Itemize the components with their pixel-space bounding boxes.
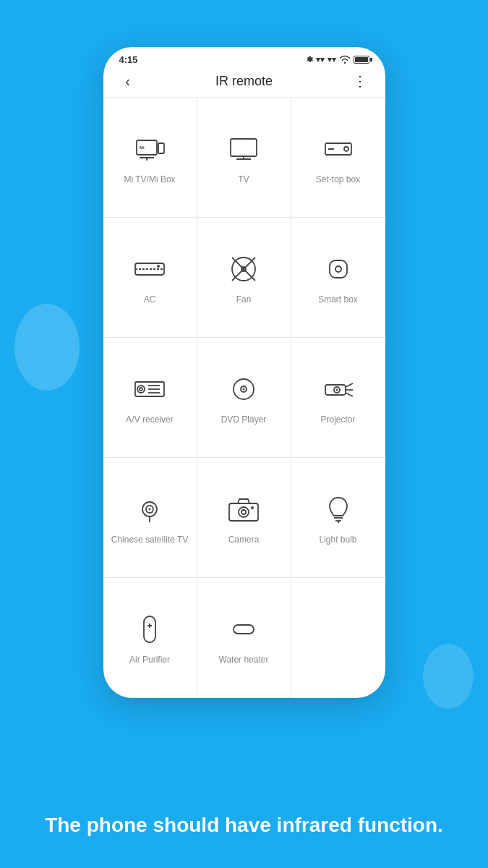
- back-button[interactable]: ‹: [116, 73, 140, 90]
- lightbulb-icon: [321, 492, 356, 527]
- svg-rect-18: [330, 260, 347, 278]
- bg-decoration-right: [423, 644, 474, 709]
- svg-text:Mi: Mi: [140, 145, 145, 150]
- wifi-icon: [339, 55, 351, 65]
- tv-label: TV: [238, 174, 249, 186]
- grid-item-ac[interactable]: AC: [103, 218, 197, 338]
- menu-button[interactable]: ⋮: [349, 72, 372, 90]
- mi-tv-icon: Mi: [132, 132, 167, 166]
- grid-item-airpurifier[interactable]: Air Purifier: [103, 578, 197, 698]
- svg-rect-5: [231, 139, 257, 156]
- svg-point-21: [137, 386, 145, 393]
- grid-item-fan[interactable]: Fan: [197, 218, 291, 338]
- grid-item-lightbulb[interactable]: Light bulb: [291, 458, 385, 578]
- svg-point-19: [335, 266, 341, 272]
- grid-item-settop[interactable]: Set-top box: [291, 98, 385, 218]
- svg-point-28: [243, 388, 245, 391]
- fan-label: Fan: [236, 294, 252, 306]
- svg-rect-1: [158, 143, 164, 153]
- svg-point-22: [140, 388, 142, 391]
- waterheater-icon: [226, 612, 261, 647]
- phone-mockup: 4:15 ✱ ▾▾ ▾▾ ‹ IR remote ⋮: [103, 47, 385, 698]
- satellite-label: Chinese satellite TV: [111, 534, 189, 546]
- airpurifier-icon: [132, 612, 167, 647]
- bluetooth-icon: ✱: [307, 55, 313, 64]
- grid-item-projector[interactable]: Projector: [291, 338, 385, 458]
- svg-point-40: [251, 506, 254, 509]
- grid-item-smartbox[interactable]: Smart box: [291, 218, 385, 338]
- svg-rect-37: [229, 503, 258, 521]
- settop-icon: [321, 132, 356, 166]
- smartbox-icon: [321, 252, 356, 286]
- dvd-label: DVD Player: [221, 414, 267, 426]
- grid-item-av[interactable]: A/V receiver: [103, 338, 197, 458]
- grid-item-mi-tv[interactable]: Mi Mi TV/Mi Box: [103, 98, 197, 218]
- fan-icon: [226, 252, 261, 286]
- dvd-icon: [226, 372, 261, 407]
- tv-icon: [226, 132, 261, 166]
- av-icon: [132, 372, 167, 407]
- status-bar: 4:15 ✱ ▾▾ ▾▾: [103, 47, 385, 69]
- ac-label: AC: [144, 294, 156, 306]
- mi-tv-label: Mi TV/Mi Box: [124, 174, 175, 186]
- svg-point-38: [239, 507, 249, 517]
- camera-label: Camera: [228, 534, 260, 546]
- av-label: A/V receiver: [126, 414, 173, 426]
- bottom-message: The phone should have infrared function.: [16, 790, 472, 868]
- nav-bar: ‹ IR remote ⋮: [103, 69, 385, 97]
- settop-label: Set-top box: [316, 174, 360, 186]
- svg-point-39: [241, 510, 246, 514]
- bg-decoration-left: [14, 304, 80, 391]
- grid-item-dvd[interactable]: DVD Player: [197, 338, 291, 458]
- grid-item-satellite[interactable]: Chinese satellite TV: [103, 458, 197, 578]
- camera-icon: [226, 492, 261, 527]
- svg-rect-44: [144, 616, 155, 642]
- status-time: 4:15: [119, 54, 138, 65]
- svg-rect-47: [234, 625, 254, 634]
- smartbox-label: Smart box: [318, 294, 358, 306]
- grid-item-waterheater[interactable]: Water heater: [197, 578, 291, 698]
- svg-point-31: [335, 389, 338, 391]
- grid-item-camera[interactable]: Camera: [197, 458, 291, 578]
- projector-label: Projector: [320, 414, 355, 426]
- airpurifier-label: Air Purifier: [129, 654, 170, 666]
- lightbulb-label: Light bulb: [319, 534, 356, 546]
- page-title: IR remote: [215, 74, 273, 89]
- device-grid: Mi Mi TV/Mi Box TV Set-top box: [103, 98, 385, 698]
- signal-icon-2: ▾▾: [328, 55, 336, 64]
- svg-rect-29: [325, 385, 346, 395]
- waterheater-label: Water heater: [219, 654, 269, 666]
- svg-point-13: [157, 265, 160, 268]
- status-icons: ✱ ▾▾ ▾▾: [307, 55, 369, 65]
- projector-icon: [321, 372, 356, 407]
- ac-icon: [132, 252, 167, 286]
- battery-icon: [354, 56, 369, 64]
- grid-item-tv[interactable]: TV: [197, 98, 291, 218]
- svg-point-10: [344, 147, 348, 151]
- signal-icon-1: ▾▾: [316, 55, 325, 64]
- svg-point-35: [149, 509, 151, 511]
- satellite-icon: [132, 492, 167, 527]
